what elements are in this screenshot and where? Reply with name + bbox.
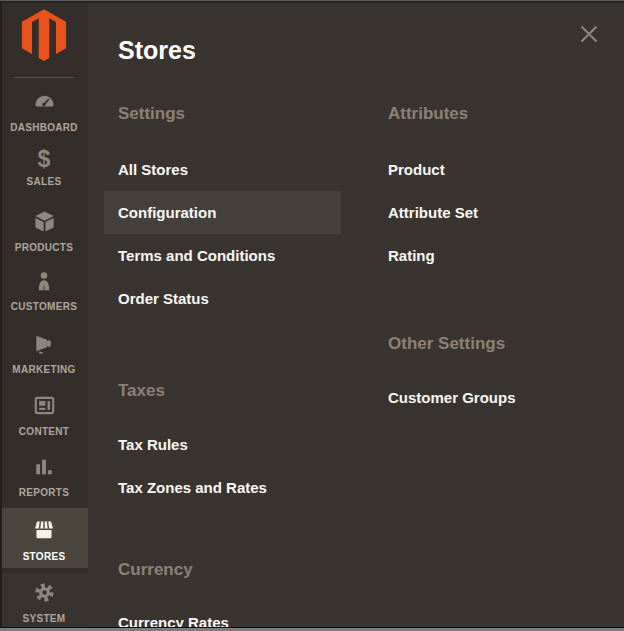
sidebar-item-label: MARKETING [12, 364, 75, 375]
menu-item-configuration[interactable]: Configuration [104, 191, 341, 234]
section-header-taxes: Taxes [104, 381, 341, 401]
sidebar-item-stores[interactable]: STORES [0, 508, 88, 568]
sidebar-item-marketing[interactable]: MARKETING [0, 326, 88, 378]
menu-item-order-status[interactable]: Order Status [104, 277, 341, 320]
sidebar-item-reports[interactable]: REPORTS [0, 450, 88, 502]
menu-item-rating[interactable]: Rating [374, 234, 611, 277]
section-header-settings: Settings [104, 104, 341, 124]
layout-icon [33, 394, 56, 421]
sidebar-item-label: REPORTS [19, 487, 69, 498]
menu-item-all-stores[interactable]: All Stores [104, 148, 341, 191]
person-icon [33, 270, 55, 296]
sidebar-item-label: PRODUCTS [15, 242, 74, 253]
sidebar-item-sales[interactable]: $ SALES [0, 142, 88, 194]
sidebar-item-system[interactable]: SYSTEM [0, 573, 88, 631]
sidebar-item-label: CONTENT [19, 426, 69, 437]
menu-item-product[interactable]: Product [374, 148, 611, 191]
storefront-icon [32, 518, 56, 546]
window-edge-left [0, 0, 2, 631]
section-header-attributes: Attributes [374, 104, 611, 124]
admin-sidebar: DASHBOARD $ SALES PRODUCTS [0, 0, 88, 631]
sidebar-item-label: CUSTOMERS [11, 301, 77, 312]
sidebar-item-label: STORES [23, 551, 66, 562]
section-header-currency: Currency [104, 560, 341, 580]
megaphone-icon [33, 332, 56, 359]
sidebar-item-customers[interactable]: CUSTOMERS [0, 264, 88, 316]
flyout-column-right: Attributes Product Attribute Set Rating … [374, 0, 611, 631]
gear-icon [33, 581, 56, 608]
menu-item-attribute-set[interactable]: Attribute Set [374, 191, 611, 234]
sidebar-item-dashboard[interactable]: DASHBOARD [0, 84, 88, 136]
menu-item-terms-and-conditions[interactable]: Terms and Conditions [104, 234, 341, 277]
sidebar-item-label: SYSTEM [23, 613, 66, 624]
window-edge-top-shadow [0, 1, 624, 3]
sidebar-item-content[interactable]: CONTENT [0, 388, 88, 440]
magento-logo[interactable] [0, 8, 88, 62]
magento-logo-icon [21, 8, 67, 62]
dollar-icon: $ [38, 148, 51, 171]
magento-admin-window: DASHBOARD $ SALES PRODUCTS [0, 0, 624, 631]
sidebar-divider [14, 77, 74, 78]
flyout-column-left: Settings All Stores Configuration Terms … [104, 0, 341, 631]
menu-item-tax-rules[interactable]: Tax Rules [104, 423, 341, 466]
sidebar-item-label: DASHBOARD [10, 122, 78, 133]
sidebar-item-label: SALES [27, 176, 62, 187]
menu-item-tax-zones-and-rates[interactable]: Tax Zones and Rates [104, 466, 341, 509]
sidebar-item-products[interactable]: PRODUCTS [0, 204, 88, 256]
section-header-other-settings: Other Settings [374, 334, 611, 354]
gauge-icon [33, 90, 56, 117]
menu-item-customer-groups[interactable]: Customer Groups [374, 376, 611, 419]
stores-flyout-menu: Stores Settings All Stores Configuration… [88, 0, 624, 631]
bar-chart-icon [33, 456, 55, 482]
box-icon [33, 210, 56, 237]
